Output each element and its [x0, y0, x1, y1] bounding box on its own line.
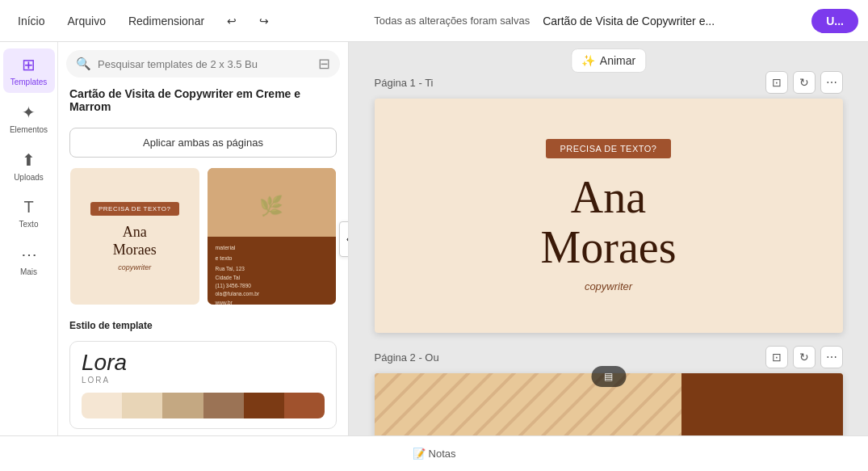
front-badge: PRECISA DE TEXTO?: [90, 202, 179, 216]
sidebar-item-uploads[interactable]: ⬆ Uploads: [3, 144, 55, 188]
card-back-text: materiale texto: [216, 243, 329, 263]
template-title: Cartão de Visita de Copywriter em Creme …: [69, 87, 337, 113]
page-2-header: Página 2 - Ou ⊡ ↻ ⋯: [375, 346, 843, 368]
notes-icon: 📝: [413, 448, 426, 460]
uploads-icon: ⬆: [22, 150, 36, 170]
hide-panel-button[interactable]: ‹: [339, 221, 349, 257]
template-thumb-front[interactable]: PRECISA DE TEXTO? Ana Moraes copywriter: [69, 167, 200, 305]
top-navigation: Início Arquivo Redimensionar ↩ ↪ Todas a…: [0, 0, 868, 42]
search-input[interactable]: [98, 58, 312, 70]
sidebar-item-texto[interactable]: T Texto: [3, 191, 55, 235]
style-section: Lora LORA: [58, 334, 348, 435]
page-1-container: Página 1 - Ti ⊡ ↻ ⋯ PRECISA DE TEXTO? An…: [375, 71, 843, 333]
sidebar-label-elementos: Elementos: [10, 125, 48, 134]
svg-rect-1: [375, 373, 681, 435]
sidebar-label-mais: Mais: [20, 267, 37, 276]
animar-button[interactable]: ✨ Animar: [571, 48, 646, 73]
left-sidebar: ⊞ Templates ✦ Elementos ⬆ Uploads T Text…: [0, 42, 58, 435]
page-1-expand-btn[interactable]: ⊡: [765, 71, 788, 94]
page-1-label: Página 1 - Ti: [375, 77, 434, 89]
page-2-controls: ⊡ ↻ ⋯: [765, 346, 843, 368]
arquivo-button[interactable]: Arquivo: [59, 10, 113, 32]
page-2-label: Página 2 - Ou: [375, 351, 439, 364]
card-back-address: Rua Tal, 123 Cidade Tal (11) 3456-7890 o…: [216, 265, 329, 305]
sidebar-label-templates: Templates: [10, 78, 48, 86]
template-thumb-back[interactable]: 🌿 materiale texto Rua Tal, 123 Cidade Ta…: [207, 167, 338, 305]
swatch-light-tan[interactable]: [122, 393, 162, 418]
save-status: Todas as alterações foram salvas: [374, 15, 530, 27]
page-1-controls: ⊡ ↻ ⋯: [765, 71, 843, 94]
page-1-refresh-btn[interactable]: ↻: [793, 71, 816, 94]
template-grid: PRECISA DE TEXTO? Ana Moraes copywriter …: [58, 164, 348, 313]
templates-panel: 🔍 ⊟ Cartão de Visita de Copywriter em Cr…: [58, 42, 349, 435]
notes-label: Notas: [429, 448, 456, 460]
filter-button[interactable]: ⊟: [318, 55, 330, 73]
canvas2-pattern: [375, 373, 681, 435]
sidebar-label-texto: Texto: [19, 220, 39, 229]
swatch-dark-brown[interactable]: [244, 393, 284, 418]
inicio-button[interactable]: Início: [10, 10, 52, 32]
sidebar-item-elementos[interactable]: ✦ Elementos: [3, 96, 55, 141]
mais-icon: ⋯: [21, 245, 37, 264]
page-2-refresh-btn[interactable]: ↻: [793, 346, 816, 368]
page-2-expand-btn[interactable]: ⊡: [765, 346, 788, 368]
page-2-container: Página 2 - Ou ⊡ ↻ ⋯: [375, 346, 843, 435]
page-1-more-btn[interactable]: ⋯: [820, 71, 843, 94]
pages-icon: ▤: [604, 371, 613, 382]
title-bar: Todas as alterações foram salvas Cartão …: [283, 15, 805, 27]
undo-button[interactable]: ↩: [219, 10, 245, 32]
bottom-bar: 📝 Notas: [0, 435, 868, 471]
style-name-large: Lora: [82, 351, 325, 374]
style-box: Lora LORA: [69, 341, 337, 429]
texto-icon: T: [23, 198, 33, 217]
style-name-small: LORA: [82, 376, 325, 385]
canvas-name[interactable]: Ana Moraes: [541, 173, 677, 272]
color-swatches: [82, 393, 325, 418]
style-section-label: Estilo de template: [58, 313, 348, 334]
redimensionar-button[interactable]: Redimensionar: [120, 10, 212, 32]
panel-header: Cartão de Visita de Copywriter em Creme …: [58, 84, 348, 121]
animar-icon: ✨: [581, 54, 595, 67]
template-card-front: PRECISA DE TEXTO? Ana Moraes copywriter: [70, 168, 199, 305]
main-layout: ⊞ Templates ✦ Elementos ⬆ Uploads T Text…: [0, 42, 868, 435]
swatch-medium-brown[interactable]: [203, 393, 244, 418]
sidebar-item-templates[interactable]: ⊞ Templates: [3, 48, 55, 93]
templates-icon: ⊞: [22, 55, 36, 74]
page-2-more-btn[interactable]: ⋯: [820, 346, 843, 368]
show-notes-button[interactable]: 📝 Notas: [405, 443, 464, 465]
redo-button[interactable]: ↪: [251, 10, 277, 32]
canvas-role[interactable]: copywriter: [585, 280, 632, 292]
swatch-cream[interactable]: [82, 393, 122, 418]
front-role: copywriter: [118, 263, 151, 271]
animar-label: Animar: [600, 54, 635, 67]
search-icon: 🔍: [76, 57, 91, 71]
upload-button[interactable]: U...: [811, 9, 858, 33]
search-bar: 🔍 ⊟: [66, 50, 340, 78]
page-1-header: Página 1 - Ti ⊡ ↻ ⋯: [375, 71, 843, 94]
canvas-badge: PRECISA DE TEXTO?: [546, 139, 672, 158]
canvas-area: ✨ Animar Página 1 - Ti ⊡ ↻ ⋯ PRECISA DE …: [349, 42, 868, 435]
apply-both-pages-button[interactable]: Aplicar ambas as páginas: [69, 128, 337, 158]
swatch-tan[interactable]: [162, 393, 203, 418]
front-name: Ana Moraes: [113, 224, 157, 259]
swatch-sienna[interactable]: [284, 393, 325, 418]
sidebar-item-mais[interactable]: ⋯ Mais: [3, 238, 55, 283]
canvas2-right: [681, 373, 843, 435]
plant-deco-icon: 🌿: [259, 195, 283, 217]
nav-right-controls: U...: [811, 9, 858, 33]
canvas2-left: [375, 373, 681, 435]
show-pages-button[interactable]: ▤: [591, 366, 626, 387]
card-canvas-1[interactable]: PRECISA DE TEXTO? Ana Moraes copywriter: [375, 99, 843, 333]
card-back-info: materiale texto Rua Tal, 123 Cidade Tal …: [208, 237, 337, 305]
elementos-icon: ✦: [22, 103, 36, 122]
sidebar-label-uploads: Uploads: [14, 173, 44, 182]
doc-title[interactable]: Cartão de Visita de Copywriter e...: [543, 15, 715, 27]
